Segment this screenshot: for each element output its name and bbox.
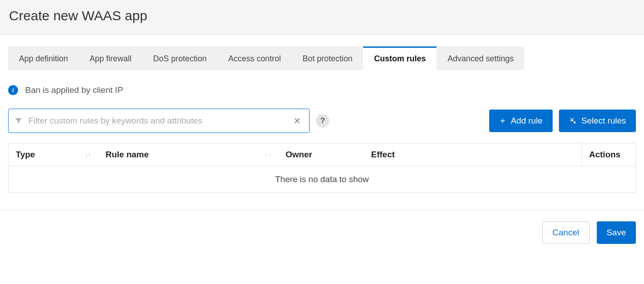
select-rules-label: Select rules <box>581 116 626 126</box>
content-area: App definition App firewall DoS protecti… <box>0 35 644 193</box>
select-rules-button[interactable]: Select rules <box>559 110 636 132</box>
filter-row: ✕ ? Add rule Select rules <box>8 109 636 133</box>
info-text: Ban is applied by client IP <box>25 85 123 95</box>
col-header-type-label: Type <box>16 150 35 160</box>
col-header-rule-name[interactable]: Rule name ↓↑ <box>99 143 279 166</box>
help-button[interactable]: ? <box>316 114 329 128</box>
add-rule-button[interactable]: Add rule <box>489 110 553 132</box>
col-header-owner-label: Owner <box>286 150 312 159</box>
empty-state: There is no data to show <box>9 166 636 193</box>
tab-advanced-settings[interactable]: Advanced settings <box>437 46 524 70</box>
col-header-type[interactable]: Type ↓↑ <box>9 143 99 166</box>
tab-access-control[interactable]: Access control <box>217 46 292 70</box>
cancel-button[interactable]: Cancel <box>542 221 590 244</box>
tab-bar: App definition App firewall DoS protecti… <box>8 46 636 70</box>
cancel-label: Cancel <box>553 228 579 238</box>
filter-input[interactable] <box>27 115 286 126</box>
sort-icon: ↓↑ <box>85 151 91 158</box>
plus-icon <box>499 117 506 124</box>
table-header: Type ↓↑ Rule name ↓↑ Owner Effect <box>9 143 636 166</box>
page-header: Create new WAAS app <box>0 0 644 35</box>
col-header-owner[interactable]: Owner <box>279 143 364 166</box>
rules-table: Type ↓↑ Rule name ↓↑ Owner Effect <box>8 143 636 193</box>
tab-app-firewall[interactable]: App firewall <box>79 46 142 70</box>
add-rule-label: Add rule <box>511 116 543 126</box>
clear-filter-button[interactable]: ✕ <box>291 114 304 128</box>
col-header-effect[interactable]: Effect <box>364 143 582 166</box>
page-title: Create new WAAS app <box>9 8 635 23</box>
info-banner: i Ban is applied by client IP <box>8 85 636 95</box>
tab-app-definition[interactable]: App definition <box>8 46 79 70</box>
footer: Cancel Save <box>0 210 644 255</box>
tab-dos-protection[interactable]: DoS protection <box>142 46 217 70</box>
col-header-effect-label: Effect <box>371 150 395 159</box>
save-button[interactable]: Save <box>597 221 636 244</box>
sort-icon: ↓↑ <box>265 151 271 158</box>
select-icon <box>569 117 577 125</box>
save-label: Save <box>607 228 626 238</box>
close-icon: ✕ <box>293 116 301 126</box>
tab-custom-rules[interactable]: Custom rules <box>363 46 437 70</box>
tab-bot-protection[interactable]: Bot protection <box>292 46 363 70</box>
svg-point-0 <box>573 122 576 124</box>
col-header-rule-name-label: Rule name <box>106 150 149 160</box>
question-icon: ? <box>320 116 325 125</box>
filter-box[interactable]: ✕ <box>8 109 310 133</box>
filter-icon <box>14 116 23 125</box>
info-icon: i <box>8 85 18 95</box>
col-header-actions: Actions <box>582 143 636 166</box>
table-body: There is no data to show <box>9 166 636 193</box>
col-header-actions-label: Actions <box>589 150 621 159</box>
